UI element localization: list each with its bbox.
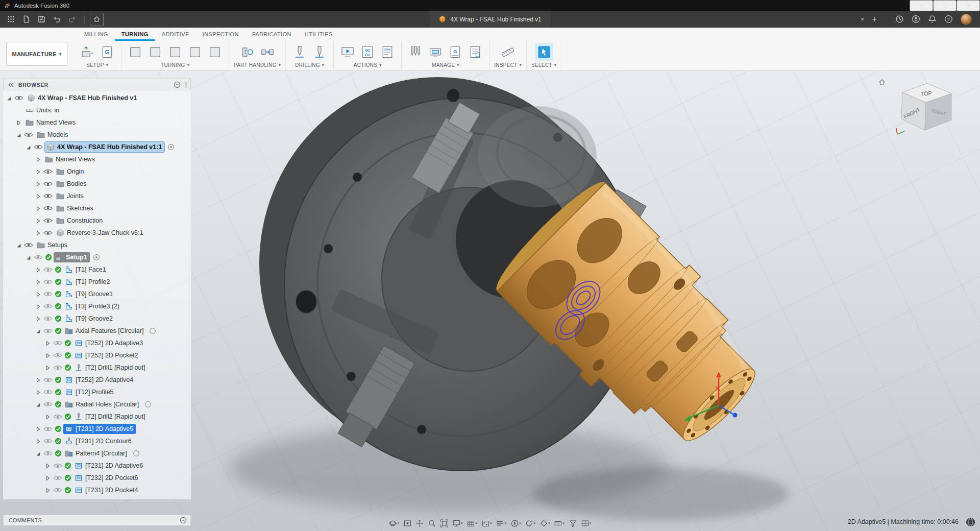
tree-item[interactable]: [T231] 2D Contour6	[3, 435, 191, 447]
visibility-eye-icon[interactable]	[53, 414, 63, 420]
maximize-button[interactable]	[933, 0, 957, 11]
circle-minus-icon[interactable]	[174, 81, 181, 88]
tree-item[interactable]: Reverse 3-Jaw Chuck v6:1	[3, 227, 191, 239]
caret-down-icon[interactable]	[26, 255, 32, 260]
part-transfer-tool-button[interactable]	[258, 43, 277, 61]
tree-item[interactable]: [T2] Drill1 [Rapid out]	[3, 361, 191, 374]
tree-item-label[interactable]: Radial Holes [Circular]	[76, 401, 139, 408]
tree-item[interactable]: Units: in	[3, 104, 191, 116]
caret-down-icon[interactable]	[16, 243, 22, 248]
caret-right-icon[interactable]	[16, 120, 22, 126]
tree-item[interactable]: [T232] 2D Pocket6	[3, 472, 191, 484]
circle-icon[interactable]	[144, 401, 152, 408]
redo-button[interactable]	[65, 13, 79, 26]
tree-item-label[interactable]: Origin	[67, 168, 84, 175]
tree-item[interactable]: Joints	[3, 190, 191, 202]
ribbon-group-label[interactable]: SETUP▾	[78, 62, 116, 69]
caret-right-icon[interactable]	[45, 365, 52, 371]
keyboard-shortcuts-button[interactable]: ▾	[553, 518, 567, 528]
tree-item-label[interactable]: Setup1	[66, 254, 87, 261]
visibility-eye-icon[interactable]	[43, 401, 53, 407]
tab-inspection[interactable]: INSPECTION	[196, 28, 246, 41]
tree-item[interactable]: [T231] 2D Pocket4	[3, 484, 191, 496]
visibility-eye-icon[interactable]	[43, 389, 53, 395]
visibility-eye-icon[interactable]	[43, 181, 53, 187]
ribbon-group-label[interactable]: INSPECT▾	[494, 62, 522, 69]
caret-right-icon[interactable]	[35, 267, 42, 273]
tree-item-label[interactable]: Construction	[67, 218, 103, 224]
caret-right-icon[interactable]	[35, 218, 42, 224]
ribbon-group-label[interactable]: TURNING▾	[126, 62, 224, 69]
profile-status-button[interactable]	[912, 15, 920, 23]
look-at-button[interactable]	[402, 518, 413, 528]
caret-down-icon[interactable]	[35, 328, 42, 334]
tree-item[interactable]: [T2] Drill2 [Rapid out]	[3, 411, 191, 423]
visibility-eye-icon[interactable]	[43, 205, 53, 211]
turntable-button[interactable]: ▾	[524, 518, 537, 528]
caret-right-icon[interactable]	[45, 488, 52, 493]
save-button[interactable]	[35, 13, 48, 26]
tree-item[interactable]: [T231] 2D Adaptive5	[3, 423, 191, 435]
tab-utilities[interactable]: UTILITIES	[298, 28, 339, 41]
navigation-button[interactable]: ▾	[509, 518, 523, 528]
tree-item-label[interactable]: Models	[47, 132, 68, 138]
visibility-eye-icon[interactable]	[43, 450, 53, 456]
caret-right-icon[interactable]	[45, 475, 52, 481]
select-tool-button[interactable]	[535, 43, 553, 61]
caret-right-icon[interactable]	[35, 426, 42, 432]
tree-item-label[interactable]: [T231] 2D Pocket4	[85, 487, 138, 494]
viewports-button[interactable]: ▾	[579, 518, 593, 528]
app-grid-menu-button[interactable]	[4, 13, 18, 26]
visibility-eye-icon[interactable]	[43, 426, 53, 432]
tree-item-label[interactable]: Axial Features [Circular]	[76, 328, 143, 334]
tree-item[interactable]: [T252] 2D Adaptive4	[3, 374, 191, 386]
tab-additive[interactable]: ADDITIVE	[155, 28, 196, 41]
visibility-eye-icon[interactable]	[34, 144, 43, 150]
display-settings-button[interactable]: ▾	[451, 518, 464, 528]
tree-item-label[interactable]: [T252] 2D Adaptive4	[76, 377, 133, 383]
tree-item[interactable]: [T252] 2D Pocket2	[3, 349, 191, 361]
visibility-eye-icon[interactable]	[14, 95, 24, 101]
nc-program-tool-button[interactable]: G	[98, 43, 116, 61]
visibility-eye-icon[interactable]	[53, 340, 63, 346]
caret-right-icon[interactable]	[35, 206, 42, 211]
collapse-chevrons-icon[interactable]	[8, 82, 14, 87]
tree-item-label[interactable]: [T231] 2D Contour6	[76, 438, 132, 445]
target-icon[interactable]	[167, 143, 175, 151]
machine-library-tool-button[interactable]	[426, 43, 445, 61]
tree-item-label[interactable]: [T1] Face1	[76, 267, 106, 273]
simulate-tool-button[interactable]	[338, 43, 357, 61]
help-button[interactable]: ?	[944, 15, 953, 23]
viewcube-home-button[interactable]	[878, 78, 886, 86]
tree-item[interactable]: Named Views	[3, 153, 191, 165]
tree-item-label[interactable]: Named Views	[56, 156, 95, 163]
comments-bar[interactable]: COMMENTS	[3, 515, 191, 526]
caret-down-icon[interactable]	[35, 402, 42, 407]
ribbon-group-label[interactable]: DRILLING▾	[290, 62, 329, 69]
caret-right-icon[interactable]	[35, 157, 42, 162]
3d-viewport[interactable]: TOP FRONT RIGHT BROWSER 4X Wrap - FSAE H…	[0, 71, 980, 531]
drill-tool-button[interactable]	[290, 43, 309, 61]
undo-button[interactable]	[50, 13, 64, 26]
tree-item[interactable]: Origin	[3, 165, 191, 178]
tree-item-label[interactable]: 4X Wrap - FSAE Hub Finished v1	[38, 95, 137, 102]
caret-right-icon[interactable]	[35, 292, 42, 297]
tree-item-label[interactable]: Named Views	[36, 119, 76, 126]
tree-item[interactable]: [T12] Profile5	[3, 386, 191, 398]
ribbon-group-label[interactable]: SELECT▾	[531, 62, 556, 69]
deep-drill-tool-button[interactable]	[310, 43, 329, 61]
visibility-eye-icon[interactable]	[43, 193, 53, 199]
layout-button[interactable]: ▾	[494, 518, 508, 528]
tree-item[interactable]: 4X Wrap - FSAE Hub Finished v1	[3, 92, 191, 104]
job-status-button[interactable]	[895, 15, 904, 23]
tree-item-label[interactable]: [T9] Groove1	[76, 291, 113, 298]
grid-snaps-button[interactable]: ▾	[480, 518, 494, 528]
minimize-button[interactable]: −	[910, 0, 933, 11]
caret-right-icon[interactable]	[35, 194, 42, 199]
templates-tool-button[interactable]	[466, 43, 484, 61]
target-icon[interactable]	[93, 254, 100, 261]
avatar-button[interactable]	[961, 14, 972, 25]
caret-right-icon[interactable]	[35, 390, 42, 395]
circle-icon[interactable]	[149, 327, 156, 334]
visibility-eye-icon[interactable]	[43, 218, 53, 224]
